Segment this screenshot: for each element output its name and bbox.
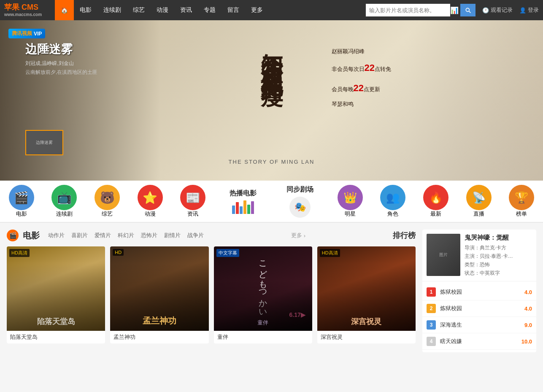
cat-news[interactable]: 📰 资讯 [171,185,214,218]
tag-action[interactable]: 动作片 [48,232,65,239]
rank-list: 1 炼狱校园 4.0 2 炼狱校园 4.0 3 深海逃生 9.0 4 瞎天凶嫌 [422,281,536,352]
section-more-link[interactable]: 更多 › [291,232,305,239]
cat-role-label: 角色 [387,210,398,218]
rank-name-1: 炼狱校园 [440,288,524,296]
cat-rank-icon: 🏆 [509,185,534,210]
section-movie-title: 电影 [23,230,40,241]
nav-message[interactable]: 留言 [222,0,245,20]
search-input[interactable] [366,4,450,16]
tag-comedy[interactable]: 喜剧片 [71,232,88,239]
featured-img-placeholder: 图片 [427,234,460,276]
movie-grid: HD高清 陷落天堂岛 陷落天堂岛 HD 孟兰神功 孟兰神功 中 [7,246,416,343]
movie-badge-4: HD高清 [320,249,340,257]
login-btn[interactable]: 👤 登录 [519,6,539,14]
tag-horror[interactable]: 恐怖片 [141,232,157,239]
movies-section-header: 🎬 电影 动作片 喜剧片 爱情片 科幻片 恐怖片 剧情片 战争片 更多 › 排行… [7,230,416,241]
nav-more[interactable]: 更多 [245,0,269,20]
cat-latest[interactable]: 🔥 最新 [414,185,457,218]
chart-bar-5 [247,205,250,214]
rank-item-3[interactable]: 3 深海逃生 9.0 [422,317,536,333]
vip-badge: 腾讯视频 VIP [8,29,45,38]
cat-star[interactable]: 👑 明星 [329,185,372,218]
cat-anime-icon: ⭐ [138,185,163,210]
cat-rank[interactable]: 🏆 榜单 [500,185,543,218]
movie-card-2[interactable]: HD 孟兰神功 孟兰神功 [110,246,208,343]
poster-text-1: 陷落天堂岛 [7,316,105,327]
vip-platform: 腾讯视频 [12,30,32,37]
movie-poster-1: HD高清 陷落天堂岛 [7,246,105,331]
tv-icon: 📺 [57,191,72,205]
nav-home[interactable]: 🏠 [55,0,74,20]
banner-center: 知否知否应是绿肥红瘦 THE STORY OF MING LAN [229,36,315,165]
cat-tv-label: 连续剧 [56,210,73,218]
poster-text-2: 孟兰神功 [110,315,208,327]
tag-drama[interactable]: 剧情片 [164,232,181,239]
nav-movie[interactable]: 电影 [74,0,97,20]
chart-bar-1 [232,205,235,214]
cat-hot-movies[interactable]: 热播电影 [214,189,271,214]
nav-variety[interactable]: 综艺 [127,0,151,20]
flame-icon: 🔥 [429,191,443,204]
search-area: 📊 [366,4,475,16]
live-tv-icon: 📡 [472,191,486,204]
main-nav: 🏠 电影 连续剧 综艺 动漫 资讯 专题 留言 更多 [55,0,362,20]
sidebar-featured-title[interactable]: 鬼哭神嚎：觉醒 [465,234,532,242]
rank-score-4: 10.0 [521,338,532,345]
tag-war[interactable]: 战争片 [187,232,204,239]
chart-bar-3 [240,206,243,214]
banner-instruments: 琴瑟和鸣 [332,98,391,111]
logo-sub: www.maccms.com [4,12,55,17]
rank-item-4[interactable]: 4 瞎天凶嫌 10.0 [422,333,536,350]
cat-latest-label: 最新 [430,210,441,218]
section-movie-tags: 动作片 喜剧片 爱情片 科幻片 恐怖片 剧情片 战争片 [48,232,204,239]
bar-chart-icon: 📊 [450,6,459,14]
cat-tv-icon: 📺 [51,185,77,210]
cat-movie-label: 电影 [16,210,27,218]
cat-variety[interactable]: 🐻 综艺 [86,185,129,218]
rank-item-2[interactable]: 2 炼狱校园 4.0 [422,300,536,317]
poster-text-3: 童伴 [214,319,312,327]
nav-tv[interactable]: 连续剧 [97,0,127,20]
movie-poster-3: 中文字幕 こどもつかい 6.17▶ 童伴 [214,246,312,331]
chart-bar-4 [243,200,246,214]
logo-main: 苹果 CMS [4,3,55,12]
nav-news[interactable]: 资讯 [174,0,198,20]
tag-romance[interactable]: 爱情片 [95,232,111,239]
sidebar-featured-info: 鬼哭神嚎：觉醒 导演：典兰克·卡方 主演：贝拉·泰恩·卡… 类型：恐怖 状态：中… [465,234,532,277]
cat-live[interactable]: 📡 直播 [457,185,500,218]
sidebar-cast: 主演：贝拉·泰恩·卡… [465,253,532,260]
role-icon: 👥 [386,191,400,204]
cat-news-icon: 📰 [180,185,205,210]
movie-card-4[interactable]: HD高清 深宫祝灵 深宫祝灵 [317,246,416,343]
cat-news-label: 资讯 [187,210,198,218]
tag-scifi[interactable]: 科幻片 [118,232,134,239]
banner-thumb-label: 边陲迷雾 [36,140,53,146]
chart-bar-2 [236,202,239,214]
rank-score-1: 4.0 [524,289,532,295]
cat-movie[interactable]: 🎬 电影 [0,185,43,218]
cat-tv[interactable]: 📺 连续剧 [43,185,86,218]
search-button[interactable] [460,4,475,16]
content-area: 🎬 电影 动作片 喜剧片 爱情片 科幻片 恐怖片 剧情片 战争片 更多 › 排行… [0,223,543,359]
rank-name-2: 炼狱校园 [440,305,524,312]
banner-drama-info: 边陲迷雾 刘冠成,温峥嵘,刘金山 云南解放前夕,在滇西地区的土匪 [25,41,97,76]
rank-name-4: 瞎天凶嫌 [440,338,521,345]
nav-special[interactable]: 专题 [198,0,222,20]
cat-latest-icon: 🔥 [423,185,448,210]
chart-bar-6 [251,201,254,214]
movie-poster-2: HD 孟兰神功 [110,246,208,331]
banner-thumb[interactable]: 边陲迷雾 [25,130,63,155]
movie-card-3[interactable]: 中文字幕 こどもつかい 6.17▶ 童伴 童伴 [214,246,312,343]
movie-title-4: 深宫祝灵 [317,331,416,343]
cat-sync-theater[interactable]: 同步剧场 🎭 [272,185,329,218]
watch-history[interactable]: 🕐 观看记录 [482,6,513,14]
rank-item-1[interactable]: 1 炼狱校园 4.0 [422,284,536,300]
cat-nav: 🎬 电影 📺 连续剧 🐻 综艺 ⭐ 动漫 📰 资讯 热播电影 [0,181,543,223]
banner-schedule: 会员每晚22点更新 [332,78,391,98]
cat-role[interactable]: 👥 角色 [372,185,415,218]
sidebar-featured: 图片 鬼哭神嚎：觉醒 导演：典兰克·卡方 主演：贝拉·泰恩·卡… 类型：恐怖 状… [422,230,536,281]
movie-card-1[interactable]: HD高清 陷落天堂岛 陷落天堂岛 [7,246,105,343]
nav-anime[interactable]: 动漫 [151,0,174,20]
cat-anime[interactable]: ⭐ 动漫 [129,185,172,218]
chevron-right-icon: › [304,232,305,239]
